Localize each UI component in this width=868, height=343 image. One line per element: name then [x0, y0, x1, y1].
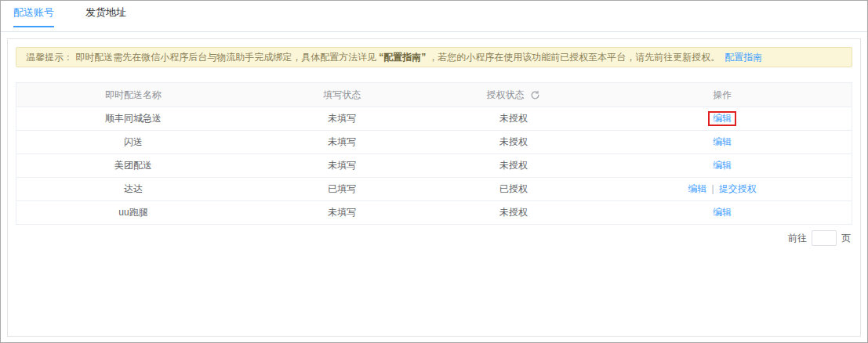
table-row: 顺丰同城急送未填写未授权编辑 [16, 107, 852, 131]
submit-auth-link[interactable]: 提交授权 [719, 183, 757, 194]
cell-delivery-name: 顺丰同城急送 [16, 107, 250, 131]
tab-bar: 配送账号 发货地址 [1, 1, 867, 32]
pagination: 前往 页 [17, 230, 851, 246]
cell-actions: 编辑 [593, 154, 852, 178]
refresh-icon[interactable] [530, 90, 540, 100]
cell-actions: 编辑|提交授权 [593, 178, 852, 201]
delivery-table: 即时配送名称 填写状态 授权状态 操作 [16, 82, 852, 225]
edit-link[interactable]: 编辑 [713, 113, 732, 124]
cell-delivery-name: 美团配送 [16, 154, 250, 178]
table-row: 闪送未填写未授权编辑 [16, 131, 852, 154]
table-header-row: 即时配送名称 填写状态 授权状态 操作 [16, 83, 852, 107]
goto-label: 前往 [788, 232, 807, 245]
edit-link[interactable]: 编辑 [713, 160, 732, 171]
tab-shipping-address[interactable]: 发货地址 [85, 1, 126, 27]
header-auth-status-label: 授权状态 [486, 88, 524, 102]
page-number-input[interactable] [812, 230, 837, 246]
header-actions: 操作 [593, 83, 852, 107]
cell-actions: 编辑 [593, 131, 852, 154]
cell-auth-status: 未授权 [434, 131, 593, 154]
table-row: 美团配送未填写未授权编辑 [16, 154, 852, 178]
cell-delivery-name: uu跑腿 [16, 201, 250, 225]
app-window: 配送账号 发货地址 温馨提示： 即时配送需先在微信小程序后台与物流助手完成绑定，… [0, 0, 868, 343]
cell-fill-status: 未填写 [250, 154, 434, 178]
edit-link[interactable]: 编辑 [688, 183, 707, 194]
highlight-box: 编辑 [708, 111, 736, 126]
cell-fill-status: 未填写 [250, 107, 434, 131]
tip-quoted-guide: “配置指南” [379, 51, 426, 64]
edit-link[interactable]: 编辑 [713, 207, 732, 218]
edit-link[interactable]: 编辑 [713, 136, 732, 147]
cell-auth-status: 已授权 [434, 178, 593, 201]
tab-delivery-account[interactable]: 配送账号 [13, 1, 54, 27]
cell-auth-status: 未授权 [434, 107, 593, 131]
cell-actions: 编辑 [593, 201, 852, 225]
cell-fill-status: 未填写 [250, 201, 434, 225]
cell-delivery-name: 达达 [16, 178, 250, 201]
tip-banner: 温馨提示： 即时配送需先在微信小程序后台与物流助手完成绑定，具体配置方法详见 “… [16, 47, 852, 67]
table-row: uu跑腿未填写未授权编辑 [16, 201, 852, 225]
cell-auth-status: 未授权 [434, 201, 593, 225]
content-panel: 温馨提示： 即时配送需先在微信小程序后台与物流助手完成绑定，具体配置方法详见 “… [7, 38, 861, 337]
cell-auth-status: 未授权 [434, 154, 593, 178]
action-separator: | [712, 183, 714, 194]
header-delivery-name: 即时配送名称 [16, 83, 250, 107]
page-unit-label: 页 [841, 232, 851, 245]
config-guide-link[interactable]: 配置指南 [725, 51, 762, 64]
cell-fill-status: 未填写 [250, 131, 434, 154]
cell-actions: 编辑 [593, 107, 852, 131]
header-auth-status: 授权状态 [434, 83, 593, 107]
tip-prefix: 温馨提示： [26, 51, 73, 64]
cell-delivery-name: 闪送 [16, 131, 250, 154]
tip-text-1: 即时配送需先在微信小程序后台与物流助手完成绑定，具体配置方法详见 [75, 51, 376, 64]
tip-text-2: ，若您的小程序在使用该功能前已授权至本平台，请先前往更新授权。 [428, 51, 720, 64]
cell-fill-status: 已填写 [250, 178, 434, 201]
table-row: 达达已填写已授权编辑|提交授权 [16, 178, 852, 201]
header-fill-status: 填写状态 [250, 83, 434, 107]
